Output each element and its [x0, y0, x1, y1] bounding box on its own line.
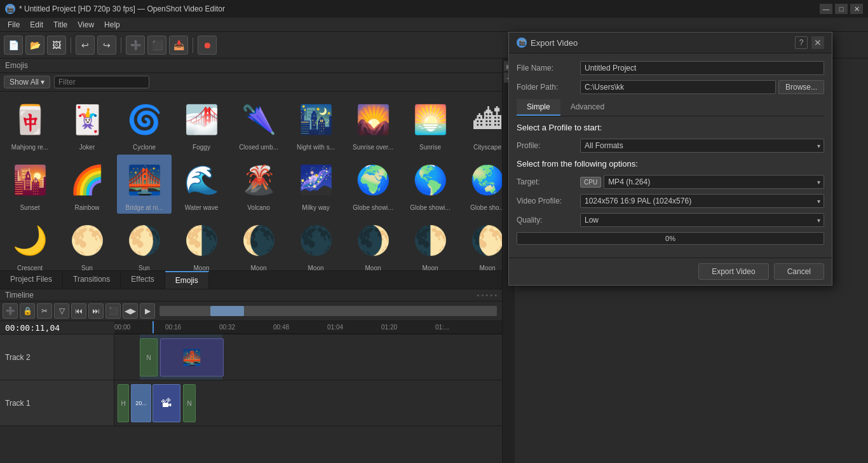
timeline-scrollbar[interactable] [159, 306, 497, 316]
timeline-drag-handle: • • • • • [477, 291, 497, 299]
emoji-thumb: 🀄 [7, 97, 53, 142]
zoom-out-button[interactable]: ▶ [140, 303, 155, 319]
zoom-in-button[interactable]: ◀▶ [123, 303, 138, 319]
track-1-area[interactable]: H 20... 📽 N [114, 380, 502, 425]
dialog-tabs: Simple Advanced [517, 99, 824, 116]
video-profile-select[interactable]: 1024x576 16:9 PAL (1024x576) 1280x720 HD… [580, 194, 824, 208]
show-all-button[interactable]: Show All ▾ [4, 76, 50, 88]
emoji-item[interactable]: 🌍 Globe showi... [346, 155, 400, 214]
emoji-item[interactable]: 🌂 Closed umb... [231, 94, 286, 153]
track-2-clip-n[interactable]: N [140, 338, 158, 377]
emoji-thumb: 🌎 [407, 157, 453, 203]
track-1-clip-2[interactable]: 📽 [153, 384, 180, 422]
track-1-clip-1[interactable]: 20... [131, 384, 151, 422]
emoji-item[interactable]: 🌇 Sunset [3, 155, 57, 214]
cut-button[interactable]: ✂ [37, 303, 52, 319]
emoji-label: Moon [422, 265, 438, 270]
emoji-item[interactable]: 🌏 Globe sho... [460, 155, 502, 214]
track-1-clip-n[interactable]: N [183, 384, 196, 422]
emoji-thumb: 🌘 [236, 218, 281, 263]
emoji-thumb: 🌊 [179, 157, 224, 203]
undo-button[interactable]: ↩ [76, 36, 95, 55]
emoji-item[interactable]: 🀄 Mahjong re... [3, 94, 57, 153]
emoji-item[interactable]: 🌑 Moon [288, 215, 343, 270]
progress-bar-container: 0% [517, 232, 824, 245]
track-1-clip-h[interactable]: H [118, 384, 129, 422]
menu-title[interactable]: Title [48, 19, 72, 31]
menu-file[interactable]: File [3, 19, 25, 31]
file-name-input[interactable] [580, 61, 824, 75]
emoji-item[interactable]: 🌔 Moon [460, 215, 502, 270]
target-select[interactable]: MP4 (h.264) AVI MOV WebM [604, 175, 824, 189]
emoji-item[interactable]: 🌌 Milky way [288, 155, 343, 214]
tab-effects[interactable]: Effects [121, 271, 165, 289]
track-2-clip-img[interactable]: 1F30... 🌉 [160, 338, 224, 377]
emoji-label: Sunrise over... [353, 144, 393, 151]
dialog-close-button[interactable]: ✕ [811, 36, 824, 49]
quality-select[interactable]: Low Medium High Very High [580, 213, 824, 227]
tab-emojis[interactable]: Emojis [165, 271, 209, 289]
emoji-thumb: 🏙 [465, 97, 502, 142]
add-clip-button[interactable]: ➕ [126, 36, 145, 55]
open-button[interactable]: 📂 [25, 36, 44, 55]
emoji-item[interactable]: 🌗 Moon [174, 215, 229, 270]
minimize-button[interactable]: — [820, 4, 832, 14]
import-button[interactable]: 📥 [169, 36, 188, 55]
folder-path-input[interactable] [580, 80, 776, 94]
emoji-item[interactable]: 🌖 Sun [117, 215, 172, 270]
tab-transitions[interactable]: Transitions [63, 271, 121, 289]
track-2-area[interactable]: N 1F30... 🌉 [114, 335, 502, 380]
next-marker-button[interactable]: ⏭ [88, 303, 104, 319]
filter-input[interactable] [54, 76, 149, 88]
close-button[interactable]: ✕ [850, 4, 863, 14]
emoji-item[interactable]: 🌘 Moon [231, 215, 286, 270]
video-profile-row: Video Profile: 1024x576 16:9 PAL (1024x5… [517, 194, 824, 208]
file-name-row: File Name: [517, 61, 824, 75]
emoji-item[interactable]: 🌎 Globe showi... [403, 155, 458, 214]
emoji-item[interactable]: 🌙 Crescent [3, 215, 57, 270]
profile-select[interactable]: All Formats HD 720p HD 1080p Custom [580, 139, 824, 153]
emoji-item[interactable]: 🌕 Sun [60, 215, 114, 270]
tab-project-files[interactable]: Project Files [0, 271, 63, 289]
emoji-item[interactable]: 🃏 Joker [60, 94, 114, 153]
dialog-help-button[interactable]: ? [795, 36, 808, 49]
emoji-label: Globe sho... [470, 204, 502, 211]
record-button[interactable]: ⏺ [198, 36, 217, 55]
arrow-button[interactable]: ▽ [54, 303, 69, 319]
fullscreen-button[interactable]: ⬛ [147, 36, 166, 55]
profile-row: Profile: All Formats HD 720p HD 1080p Cu… [517, 139, 824, 153]
emoji-item[interactable]: 🌄 Sunrise over... [346, 94, 400, 153]
emoji-item[interactable]: 🌓 Moon [403, 215, 458, 270]
emoji-item[interactable]: 🌁 Foggy [174, 94, 229, 153]
time-marker-end: 01:... [435, 324, 449, 331]
emoji-item[interactable]: 🌋 Volcano [231, 155, 286, 214]
emoji-item[interactable]: 🌊 Water wave [174, 155, 229, 214]
emoji-item[interactable]: 🌈 Rainbow [60, 155, 114, 214]
browse-button[interactable]: Browse... [778, 80, 824, 94]
emoji-item[interactable]: 🌉 Bridge at ni... [117, 155, 172, 214]
emoji-item[interactable]: 🌒 Moon [346, 215, 400, 270]
emoji-item[interactable]: 🏙 Cityscape [460, 94, 502, 153]
tab-simple[interactable]: Simple [517, 99, 560, 116]
export-dialog: 🎬 Export Video ? ✕ File Name: Folder Pat… [508, 32, 832, 286]
center-button[interactable]: ⬛ [105, 303, 121, 319]
emoji-item[interactable]: 🌀 Cyclone [117, 94, 172, 153]
prev-marker-button[interactable]: ⏮ [71, 303, 86, 319]
redo-button[interactable]: ↪ [97, 36, 116, 55]
export-video-button[interactable]: Export Video [698, 263, 769, 280]
new-button[interactable]: 📄 [4, 36, 23, 55]
emoji-item[interactable]: 🌃 Night with s... [288, 94, 343, 153]
menu-help[interactable]: Help [99, 19, 125, 31]
emoji-thumb: 🌀 [121, 97, 167, 142]
lock-track-button[interactable]: 🔒 [20, 303, 35, 319]
maximize-button[interactable]: □ [835, 4, 848, 14]
add-track-button[interactable]: ➕ [3, 303, 18, 319]
emoji-label: Moon [250, 265, 266, 270]
menu-edit[interactable]: Edit [25, 19, 48, 31]
emoji-label: Bridge at ni... [126, 204, 163, 211]
menu-view[interactable]: View [72, 19, 99, 31]
cancel-button[interactable]: Cancel [774, 263, 824, 280]
thumbnail-button[interactable]: 🖼 [47, 36, 66, 55]
tab-advanced[interactable]: Advanced [560, 99, 614, 116]
emoji-item[interactable]: 🌅 Sunrise [403, 94, 458, 153]
